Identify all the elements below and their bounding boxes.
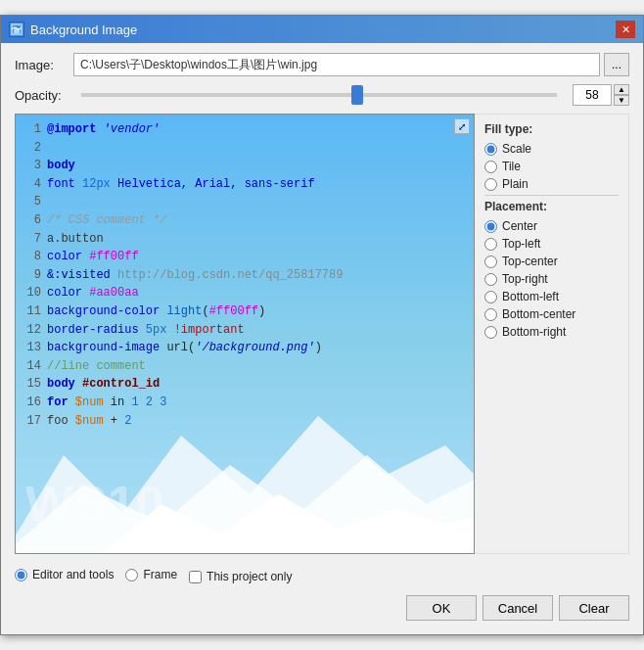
- placement-radio-bottom-right[interactable]: [484, 326, 497, 339]
- placement-option: Center: [484, 219, 619, 233]
- code-line: 9 &:visited http://blog.csdn.net/qq_2581…: [20, 266, 470, 285]
- fill-type-option: Tile: [484, 160, 619, 173]
- image-path-input[interactable]: [73, 53, 600, 76]
- title-bar: Background Image ✕: [1, 16, 643, 43]
- placement-label: Top-right: [502, 272, 548, 286]
- title-bar-left: Background Image: [9, 22, 137, 37]
- background-image-dialog: Background Image ✕ Image: ... Opacity: ▲…: [0, 15, 644, 635]
- placement-radio-top-left[interactable]: [484, 238, 497, 251]
- code-editor[interactable]: WS10 1@import 'vendor'23body4 font 12px …: [15, 114, 475, 554]
- placement-radio-bottom-left[interactable]: [484, 291, 497, 303]
- browse-button[interactable]: ...: [604, 53, 629, 76]
- code-line: 11 background-color light(#ff00ff): [20, 302, 470, 321]
- code-line: 7a.button: [20, 230, 470, 249]
- placement-title: Placement:: [484, 200, 619, 213]
- placement-option: Top-left: [484, 237, 619, 251]
- placement-label: Center: [502, 219, 537, 233]
- dialog-body: Image: ... Opacity: ▲ ▼: [1, 43, 643, 634]
- cancel-button[interactable]: Cancel: [483, 595, 553, 621]
- dialog-icon: [9, 22, 24, 37]
- placement-radio-top-center[interactable]: [484, 255, 497, 268]
- code-line: 2: [20, 139, 470, 158]
- code-line: 12 border-radius 5px !important: [20, 321, 470, 340]
- opacity-label: Opacity:: [15, 88, 73, 103]
- code-line: 5: [20, 193, 470, 211]
- fill-type-title: Fill type:: [484, 122, 619, 136]
- fill-type-radio-tile[interactable]: [484, 161, 497, 173]
- code-line: 3body: [20, 157, 470, 175]
- opacity-spin-down[interactable]: ▼: [614, 95, 629, 106]
- fill-type-label: Tile: [502, 160, 521, 173]
- editor-tools-label: Editor and tools: [32, 568, 114, 581]
- fill-type-radio-plain[interactable]: [484, 178, 497, 191]
- dialog-title: Background Image: [30, 23, 137, 37]
- code-line: 13 background-image url('/background.png…: [20, 339, 470, 357]
- fill-type-options: ScaleTilePlain: [484, 142, 619, 191]
- bottom-row: Editor and tools Frame This project only: [15, 562, 629, 589]
- placement-radio-center[interactable]: [484, 220, 497, 233]
- project-only-item: This project only: [189, 570, 292, 583]
- placement-option: Top-center: [484, 255, 619, 268]
- code-content: 1@import 'vendor'23body4 font 12px Helve…: [16, 115, 474, 553]
- fill-type-label: Scale: [502, 142, 531, 156]
- code-line: 1@import 'vendor': [20, 120, 470, 139]
- code-line: 4 font 12px Helvetica, Arial, sans-serif: [20, 175, 470, 194]
- placement-radio-top-right[interactable]: [484, 273, 497, 286]
- code-line: 16 for $num in 1 2 3: [20, 394, 470, 412]
- code-line: 15body #control_id: [20, 375, 470, 394]
- code-line: 10 color #aa00aa: [20, 284, 470, 302]
- fill-type-option: Scale: [484, 142, 619, 156]
- fill-type-label: Plain: [502, 177, 529, 191]
- placement-option: Bottom-center: [484, 307, 619, 321]
- image-label: Image:: [15, 58, 73, 72]
- opacity-row: Opacity: ▲ ▼: [15, 84, 629, 106]
- placement-label: Bottom-center: [502, 307, 575, 321]
- frame-label: Frame: [143, 568, 177, 581]
- opacity-input[interactable]: [573, 84, 612, 106]
- ok-button[interactable]: OK: [406, 595, 477, 621]
- opacity-value-container: ▲ ▼: [573, 84, 629, 106]
- fill-type-radio-scale[interactable]: [484, 143, 497, 156]
- corner-icon[interactable]: ⤢: [454, 118, 470, 134]
- main-area: WS10 1@import 'vendor'23body4 font 12px …: [15, 114, 629, 554]
- placement-label: Bottom-right: [502, 325, 566, 339]
- code-line: 6/* CSS comment */: [20, 211, 470, 230]
- opacity-slider-track[interactable]: [81, 93, 557, 97]
- code-line: 8 color #ff00ff: [20, 248, 470, 266]
- opacity-spinners: ▲ ▼: [614, 84, 629, 106]
- placement-label: Bottom-left: [502, 290, 559, 303]
- project-only-label: This project only: [207, 570, 292, 583]
- project-only-checkbox[interactable]: [189, 571, 202, 583]
- close-button[interactable]: ✕: [616, 21, 635, 38]
- placement-option: Top-right: [484, 272, 619, 286]
- frame-radio-item: Frame: [125, 568, 177, 581]
- editor-tools-radio-item: Editor and tools: [15, 568, 114, 581]
- frame-radio[interactable]: [125, 569, 138, 581]
- editor-tools-radio[interactable]: [15, 569, 27, 581]
- placement-options: CenterTop-leftTop-centerTop-rightBottom-…: [484, 219, 619, 339]
- placement-option: Bottom-left: [484, 290, 619, 303]
- buttons-row: OK Cancel Clear: [15, 589, 629, 625]
- code-line: 14//line comment: [20, 357, 470, 376]
- clear-button[interactable]: Clear: [559, 595, 629, 621]
- fill-type-option: Plain: [484, 177, 619, 191]
- placement-radio-bottom-center[interactable]: [484, 308, 497, 321]
- placement-label: Top-center: [502, 255, 558, 268]
- placement-option: Bottom-right: [484, 325, 619, 339]
- code-line: 17 foo $num + 2: [20, 412, 470, 431]
- opacity-spin-up[interactable]: ▲: [614, 84, 629, 95]
- placement-label: Top-left: [502, 237, 540, 251]
- image-row: Image: ...: [15, 53, 629, 76]
- right-panel: Fill type: ScaleTilePlain Placement: Cen…: [475, 114, 629, 554]
